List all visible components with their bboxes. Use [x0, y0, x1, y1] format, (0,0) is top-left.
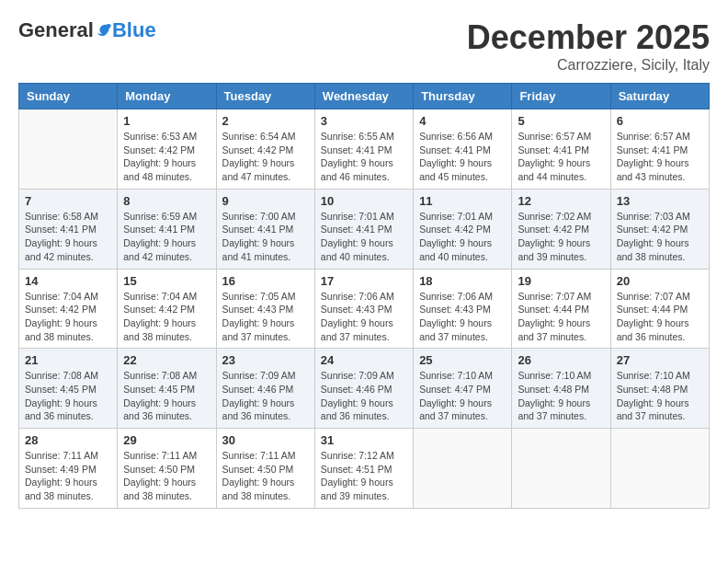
- day-info: Sunrise: 7:07 AM Sunset: 4:44 PM Dayligh…: [617, 290, 703, 344]
- day-number: 23: [222, 353, 309, 367]
- logo-general-text: General: [18, 18, 94, 42]
- day-info: Sunrise: 7:08 AM Sunset: 4:45 PM Dayligh…: [123, 369, 210, 423]
- weekday-header-thursday: Thursday: [414, 84, 512, 109]
- title-block: December 2025 Carrozziere, Sicily, Italy: [467, 18, 710, 74]
- calendar-day-cell: 7Sunrise: 6:58 AM Sunset: 4:41 PM Daylig…: [19, 189, 118, 269]
- calendar-week-row: 7Sunrise: 6:58 AM Sunset: 4:41 PM Daylig…: [19, 189, 710, 269]
- calendar-day-cell: 1Sunrise: 6:53 AM Sunset: 4:42 PM Daylig…: [118, 109, 216, 190]
- day-number: 21: [25, 353, 111, 367]
- day-info: Sunrise: 7:09 AM Sunset: 4:46 PM Dayligh…: [222, 369, 309, 423]
- calendar-day-cell: 25Sunrise: 7:10 AM Sunset: 4:47 PM Dayli…: [414, 349, 512, 429]
- day-info: Sunrise: 7:07 AM Sunset: 4:44 PM Dayligh…: [518, 290, 604, 344]
- day-info: Sunrise: 7:10 AM Sunset: 4:48 PM Dayligh…: [518, 369, 604, 423]
- calendar-day-cell: 27Sunrise: 7:10 AM Sunset: 4:48 PM Dayli…: [610, 349, 709, 429]
- calendar-week-row: 21Sunrise: 7:08 AM Sunset: 4:45 PM Dayli…: [19, 349, 710, 429]
- day-number: 4: [419, 114, 506, 128]
- day-info: Sunrise: 7:11 AM Sunset: 4:49 PM Dayligh…: [25, 449, 111, 503]
- day-number: 18: [419, 274, 506, 288]
- day-number: 26: [518, 353, 604, 367]
- calendar-day-cell: 16Sunrise: 7:05 AM Sunset: 4:43 PM Dayli…: [216, 269, 314, 349]
- day-number: 29: [123, 433, 210, 447]
- calendar-day-cell: 18Sunrise: 7:06 AM Sunset: 4:43 PM Dayli…: [414, 269, 512, 349]
- calendar-day-cell: 3Sunrise: 6:55 AM Sunset: 4:41 PM Daylig…: [314, 109, 413, 190]
- calendar-day-cell: 6Sunrise: 6:57 AM Sunset: 4:41 PM Daylig…: [610, 109, 709, 190]
- day-info: Sunrise: 7:04 AM Sunset: 4:42 PM Dayligh…: [123, 290, 210, 344]
- day-info: Sunrise: 7:11 AM Sunset: 4:50 PM Dayligh…: [123, 449, 210, 503]
- weekday-header-friday: Friday: [512, 84, 610, 109]
- day-number: 3: [321, 114, 407, 128]
- calendar-day-cell: [414, 429, 512, 509]
- logo-bird-icon: [96, 22, 112, 39]
- calendar-day-cell: 22Sunrise: 7:08 AM Sunset: 4:45 PM Dayli…: [118, 349, 216, 429]
- day-info: Sunrise: 7:02 AM Sunset: 4:42 PM Dayligh…: [518, 210, 604, 264]
- calendar-day-cell: 8Sunrise: 6:59 AM Sunset: 4:41 PM Daylig…: [118, 189, 216, 269]
- day-number: 30: [222, 433, 309, 447]
- day-number: 28: [25, 433, 111, 447]
- month-title: December 2025: [467, 18, 710, 57]
- day-number: 5: [518, 114, 604, 128]
- calendar-day-cell: 4Sunrise: 6:56 AM Sunset: 4:41 PM Daylig…: [414, 109, 512, 190]
- calendar-day-cell: 30Sunrise: 7:11 AM Sunset: 4:50 PM Dayli…: [216, 429, 314, 509]
- calendar-day-cell: 14Sunrise: 7:04 AM Sunset: 4:42 PM Dayli…: [19, 269, 118, 349]
- day-info: Sunrise: 6:53 AM Sunset: 4:42 PM Dayligh…: [123, 130, 210, 184]
- calendar-week-row: 1Sunrise: 6:53 AM Sunset: 4:42 PM Daylig…: [19, 109, 710, 190]
- day-number: 6: [617, 114, 703, 128]
- calendar-day-cell: 13Sunrise: 7:03 AM Sunset: 4:42 PM Dayli…: [610, 189, 709, 269]
- day-info: Sunrise: 7:00 AM Sunset: 4:41 PM Dayligh…: [222, 210, 309, 264]
- calendar-day-cell: 5Sunrise: 6:57 AM Sunset: 4:41 PM Daylig…: [512, 109, 610, 190]
- day-number: 2: [222, 114, 309, 128]
- calendar-day-cell: 28Sunrise: 7:11 AM Sunset: 4:49 PM Dayli…: [19, 429, 118, 509]
- day-number: 1: [123, 114, 210, 128]
- day-info: Sunrise: 6:54 AM Sunset: 4:42 PM Dayligh…: [222, 130, 309, 184]
- calendar-day-cell: 24Sunrise: 7:09 AM Sunset: 4:46 PM Dayli…: [314, 349, 413, 429]
- day-number: 10: [321, 194, 407, 208]
- day-info: Sunrise: 6:59 AM Sunset: 4:41 PM Dayligh…: [123, 210, 210, 264]
- day-number: 11: [419, 194, 506, 208]
- day-number: 12: [518, 194, 604, 208]
- calendar-day-cell: 29Sunrise: 7:11 AM Sunset: 4:50 PM Dayli…: [118, 429, 216, 509]
- day-number: 16: [222, 274, 309, 288]
- calendar-day-cell: 11Sunrise: 7:01 AM Sunset: 4:42 PM Dayli…: [414, 189, 512, 269]
- calendar-day-cell: 9Sunrise: 7:00 AM Sunset: 4:41 PM Daylig…: [216, 189, 314, 269]
- day-info: Sunrise: 7:01 AM Sunset: 4:41 PM Dayligh…: [321, 210, 407, 264]
- day-info: Sunrise: 7:12 AM Sunset: 4:51 PM Dayligh…: [321, 449, 407, 503]
- day-number: 19: [518, 274, 604, 288]
- day-number: 8: [123, 194, 210, 208]
- calendar-day-cell: [512, 429, 610, 509]
- calendar-day-cell: [19, 109, 118, 190]
- day-info: Sunrise: 7:09 AM Sunset: 4:46 PM Dayligh…: [321, 369, 407, 423]
- day-number: 27: [617, 353, 703, 367]
- day-number: 22: [123, 353, 210, 367]
- weekday-header-monday: Monday: [118, 84, 216, 109]
- calendar-day-cell: 12Sunrise: 7:02 AM Sunset: 4:42 PM Dayli…: [512, 189, 610, 269]
- calendar-day-cell: 21Sunrise: 7:08 AM Sunset: 4:45 PM Dayli…: [19, 349, 118, 429]
- day-number: 17: [321, 274, 407, 288]
- day-info: Sunrise: 7:08 AM Sunset: 4:45 PM Dayligh…: [25, 369, 111, 423]
- day-info: Sunrise: 7:11 AM Sunset: 4:50 PM Dayligh…: [222, 449, 309, 503]
- day-info: Sunrise: 7:10 AM Sunset: 4:48 PM Dayligh…: [617, 369, 703, 423]
- day-number: 7: [25, 194, 111, 208]
- calendar-day-cell: 20Sunrise: 7:07 AM Sunset: 4:44 PM Dayli…: [610, 269, 709, 349]
- calendar-day-cell: 17Sunrise: 7:06 AM Sunset: 4:43 PM Dayli…: [314, 269, 413, 349]
- day-number: 9: [222, 194, 309, 208]
- day-info: Sunrise: 6:57 AM Sunset: 4:41 PM Dayligh…: [518, 130, 604, 184]
- calendar-day-cell: 15Sunrise: 7:04 AM Sunset: 4:42 PM Dayli…: [118, 269, 216, 349]
- day-number: 25: [419, 353, 506, 367]
- weekday-header-tuesday: Tuesday: [216, 84, 314, 109]
- day-info: Sunrise: 7:05 AM Sunset: 4:43 PM Dayligh…: [222, 290, 309, 344]
- calendar-day-cell: 26Sunrise: 7:10 AM Sunset: 4:48 PM Dayli…: [512, 349, 610, 429]
- calendar-day-cell: 23Sunrise: 7:09 AM Sunset: 4:46 PM Dayli…: [216, 349, 314, 429]
- day-number: 20: [617, 274, 703, 288]
- calendar-table: SundayMondayTuesdayWednesdayThursdayFrid…: [18, 83, 710, 509]
- calendar-week-row: 28Sunrise: 7:11 AM Sunset: 4:49 PM Dayli…: [19, 429, 710, 509]
- weekday-header-wednesday: Wednesday: [314, 84, 413, 109]
- weekday-header-row: SundayMondayTuesdayWednesdayThursdayFrid…: [19, 84, 710, 109]
- calendar-day-cell: [610, 429, 709, 509]
- day-info: Sunrise: 7:01 AM Sunset: 4:42 PM Dayligh…: [419, 210, 506, 264]
- calendar-day-cell: 2Sunrise: 6:54 AM Sunset: 4:42 PM Daylig…: [216, 109, 314, 190]
- day-info: Sunrise: 6:58 AM Sunset: 4:41 PM Dayligh…: [25, 210, 111, 264]
- day-number: 31: [321, 433, 407, 447]
- day-info: Sunrise: 7:06 AM Sunset: 4:43 PM Dayligh…: [419, 290, 506, 344]
- calendar-day-cell: 10Sunrise: 7:01 AM Sunset: 4:41 PM Dayli…: [314, 189, 413, 269]
- logo-blue-text: Blue: [112, 18, 156, 42]
